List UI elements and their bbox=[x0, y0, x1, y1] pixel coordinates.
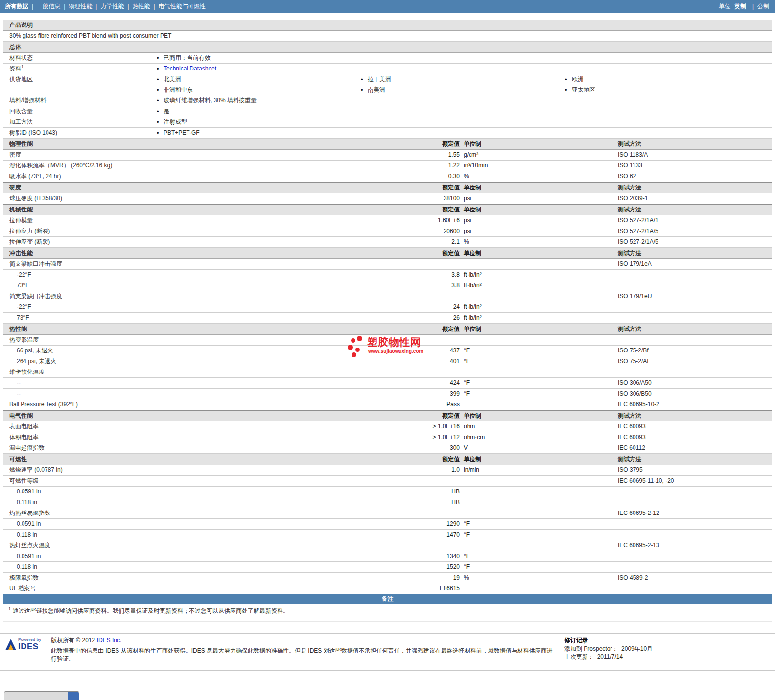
property-label: 燃烧速率 (0.0787 in) bbox=[3, 465, 386, 475]
nav-tab-physical[interactable]: 物理性能 bbox=[69, 2, 92, 11]
test-method: ISO 179/1eU bbox=[611, 291, 772, 302]
nav-tab-general-info[interactable]: 一般信息 bbox=[37, 2, 60, 11]
copyright-year: © 2012 bbox=[76, 637, 95, 644]
test-method: ISO 1133 bbox=[611, 161, 772, 171]
property-value: 3.8 bbox=[386, 280, 460, 291]
datasheet-link[interactable]: Technical Datasheet bbox=[164, 65, 216, 72]
property-unit: psi bbox=[460, 215, 611, 226]
property-group-row: 热变形温度 bbox=[3, 335, 772, 346]
section-header-row: 可燃性额定值单位制测试方法 bbox=[3, 454, 772, 465]
units-separator: | bbox=[752, 3, 754, 10]
section-header-row: 电气性能额定值单位制测试方法 bbox=[3, 410, 772, 421]
datasheet: 产品说明30% glass fibre reinforced PBT blend… bbox=[3, 20, 772, 622]
nav-tab-electrical-flammability[interactable]: 电气性能与可燃性 bbox=[159, 2, 206, 11]
col-header-method: 测试方法 bbox=[611, 411, 772, 421]
property-row: 0.118 in1520°F bbox=[3, 562, 772, 573]
test-method: IEC 60695-2-12 bbox=[611, 508, 772, 518]
property-value: 1.60E+6 bbox=[386, 215, 460, 226]
property-label: 热变形温度 bbox=[3, 335, 386, 345]
section-title: 物理性能 bbox=[3, 139, 386, 149]
section-title: 冲击性能 bbox=[3, 248, 386, 258]
property-label: 加工方法 bbox=[3, 117, 155, 127]
test-method: ISO 1183/A bbox=[611, 150, 772, 160]
nav-separator: | bbox=[95, 3, 97, 10]
ides-wordmark: IDES bbox=[18, 642, 41, 651]
col-header-method: 测试方法 bbox=[611, 139, 772, 149]
property-unit: V bbox=[460, 443, 611, 453]
top-nav-bar: 所有数据 | 一般信息 | 物理性能 | 力学性能 | 热性能 | 电气性能与可… bbox=[0, 0, 775, 13]
col-header-value: 额定值 bbox=[386, 139, 460, 149]
property-row: --424°FISO 306/A50 bbox=[3, 378, 772, 389]
property-value: 0.30 bbox=[386, 171, 460, 182]
test-method: ISO 306/A50 bbox=[611, 378, 772, 388]
property-row: --399°FISO 306/B50 bbox=[3, 389, 772, 399]
bullet-column: 欧洲亚太地区 bbox=[564, 74, 772, 95]
property-label: 0.118 in bbox=[3, 530, 386, 540]
property-value: 20600 bbox=[386, 226, 460, 236]
bottom-cropped-control[interactable] bbox=[4, 691, 79, 700]
property-row: 0.0591 in1340°F bbox=[3, 551, 772, 562]
nav-tab-thermal[interactable]: 热性能 bbox=[133, 2, 150, 11]
nav-tab-all-data[interactable]: 所有数据 bbox=[5, 2, 28, 11]
general-info-row: 供货地区北美洲非洲和中东拉丁美洲南美洲欧洲亚太地区 bbox=[3, 74, 772, 95]
property-label: 供货地区 bbox=[3, 74, 155, 85]
property-unit: °F bbox=[460, 356, 611, 367]
property-label: 材料状态 bbox=[3, 53, 155, 63]
property-label: 66 psi, 未退火 bbox=[3, 346, 386, 356]
property-row: 拉伸应力 (断裂)20600psiISO 527-2/1A/5 bbox=[3, 226, 772, 237]
section-header-row: 冲击性能额定值单位制测试方法 bbox=[3, 248, 772, 259]
test-method: ISO 62 bbox=[611, 171, 772, 182]
property-label: 填料/增强材料 bbox=[3, 95, 155, 106]
bottom-cropped-control-button[interactable] bbox=[68, 692, 79, 700]
property-label: 回收含量 bbox=[3, 106, 155, 117]
section-title: 硬度 bbox=[3, 183, 386, 193]
property-row: 球压硬度 (H 358/30)38100psiISO 2039-1 bbox=[3, 193, 772, 204]
property-label: 可燃性等级 bbox=[3, 476, 386, 486]
general-info-row: 回收含量是 bbox=[3, 106, 772, 117]
property-row: 溶化体积流率（MVR） (260°C/2.16 kg)1.22in³/10min… bbox=[3, 161, 772, 171]
property-label: UL 档案号 bbox=[3, 583, 386, 594]
test-method: IEC 60695-10-2 bbox=[611, 399, 772, 410]
property-unit: °F bbox=[460, 530, 611, 540]
property-label: 0.118 in bbox=[3, 497, 386, 508]
general-info-row: 树脂ID (ISO 1043)PBT+PET-GF bbox=[3, 128, 772, 139]
col-header-value: 额定值 bbox=[386, 324, 460, 334]
property-value: 1.0 bbox=[386, 465, 460, 475]
test-method: ISO 2039-1 bbox=[611, 193, 772, 204]
test-method: ISO 75-2/Af bbox=[611, 356, 772, 367]
nav-tab-mechanical[interactable]: 力学性能 bbox=[100, 2, 124, 11]
property-value: 19 bbox=[386, 573, 460, 583]
property-label: 树脂ID (ISO 1043) bbox=[3, 128, 155, 138]
section-header-row: 总体 bbox=[3, 42, 772, 53]
property-value: 424 bbox=[386, 378, 460, 388]
ides-inc-link[interactable]: IDES Inc. bbox=[97, 637, 122, 644]
property-group-row: 维卡软化温度 bbox=[3, 367, 772, 378]
units-label: 单位 bbox=[719, 2, 730, 11]
unit-metric-link[interactable]: 公制 bbox=[757, 2, 769, 11]
property-label: -22°F bbox=[3, 270, 386, 280]
property-row: 264 psi, 未退火401°FISO 75-2/Af bbox=[3, 356, 772, 367]
bullet-item: 南美洲 bbox=[359, 85, 564, 95]
property-label: 溶化体积流率（MVR） (260°C/2.16 kg) bbox=[3, 161, 386, 171]
test-method: ISO 179/1eA bbox=[611, 259, 772, 269]
property-unit: ft·lb/in² bbox=[460, 270, 611, 280]
bullet-item: 非洲和中东 bbox=[155, 85, 359, 95]
property-label: 简支梁缺口冲击强度 bbox=[3, 291, 386, 302]
bullet-column: PBT+PET-GF bbox=[155, 128, 359, 138]
bullet-item: 欧洲 bbox=[564, 74, 772, 85]
property-label: 密度 bbox=[3, 150, 386, 160]
property-row: -22°F24ft·lb/in² bbox=[3, 302, 772, 313]
unit-imperial-link[interactable]: 英制 bbox=[734, 2, 746, 11]
ides-logo: Powered by IDES bbox=[5, 636, 51, 663]
col-header-unit: 单位制 bbox=[460, 183, 611, 193]
revision-added-line: 添加到 Prospector： 2009年10月 bbox=[564, 645, 770, 653]
test-method: IEC 60112 bbox=[611, 443, 772, 453]
property-value: 1.22 bbox=[386, 161, 460, 171]
test-method: IEC 60093 bbox=[611, 432, 772, 443]
property-label: 拉伸应变 (断裂) bbox=[3, 237, 386, 247]
general-info-row: 填料/增强材料玻璃纤维增强材料, 30% 填料按重量 bbox=[3, 95, 772, 106]
description-row: 30% glass fibre reinforced PBT blend wit… bbox=[3, 31, 772, 42]
property-row: 0.0591 in1290°F bbox=[3, 519, 772, 530]
footnote-ref: 1 bbox=[21, 64, 23, 69]
test-method: IEC 60695-2-13 bbox=[611, 540, 772, 551]
